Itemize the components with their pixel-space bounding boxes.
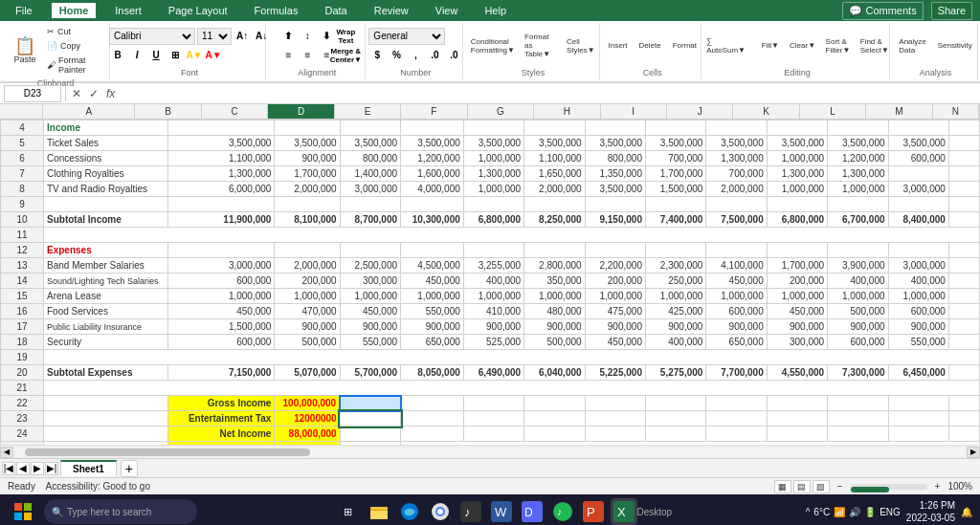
cell-e15[interactable]: 1,000,000 [401,289,464,304]
cell-j6[interactable]: 1,300,000 [706,151,767,166]
row-num-6[interactable]: 6 [1,151,44,166]
sensitivity-btn[interactable]: Sensitivity [933,38,977,53]
cell-m18[interactable]: 550,000 [888,335,948,350]
align-center-btn[interactable]: ≡ [299,47,316,64]
cell-i4[interactable] [645,120,705,136]
powerpoint-btn[interactable]: P [580,498,607,525]
cell-n16[interactable] [948,304,979,319]
cell-d4[interactable] [340,120,400,136]
row-num-12[interactable]: 12 [1,243,44,258]
decimal-dec-btn[interactable]: .0 [445,47,462,64]
row-num-10[interactable]: 10 [1,212,44,228]
cell-f13[interactable]: 3,255,000 [463,258,523,273]
cell-m6[interactable]: 600,000 [888,151,948,166]
cell-f7[interactable]: 1,300,000 [463,166,523,182]
cell-h15[interactable]: 1,000,000 [585,289,645,304]
col-header-k[interactable]: K [733,104,799,119]
share-btn[interactable]: Share [931,2,972,20]
cell-j23[interactable] [706,411,767,427]
cell-f22[interactable] [463,396,523,411]
row-num-22[interactable]: 22 [1,396,44,411]
cell-f5[interactable]: 3,500,000 [463,136,523,151]
cell-b20[interactable]: 7,150,000 [168,365,275,381]
zoom-minus-btn[interactable]: − [837,481,843,492]
find-select-btn[interactable]: Find &Select▼ [857,34,893,57]
cell-b14[interactable]: 600,000 [168,273,275,289]
cell-k8[interactable]: 1,000,000 [767,182,827,197]
cell-i8[interactable]: 1,500,000 [645,182,705,197]
cell-i16[interactable]: 425,000 [645,304,705,319]
bold-btn[interactable]: B [109,47,126,64]
cell-h12[interactable] [585,243,645,258]
cell-l6[interactable]: 1,200,000 [828,151,888,166]
cell-e14[interactable]: 450,000 [401,273,464,289]
cell-h18[interactable]: 450,000 [585,335,645,350]
cell-l12[interactable] [828,243,888,258]
format-cells-btn[interactable]: Format [668,38,702,53]
cell-n7[interactable] [948,166,979,182]
fill-color-btn[interactable]: A▼ [186,47,203,64]
cell-e20[interactable]: 8,050,000 [401,365,464,381]
cell-k14[interactable]: 200,000 [767,273,827,289]
cell-e24[interactable] [401,427,464,442]
cell-l16[interactable]: 500,000 [828,304,888,319]
chrome-btn[interactable] [427,498,454,525]
cell-f23[interactable] [463,411,523,427]
cell-c14[interactable]: 200,000 [275,273,340,289]
cell-j13[interactable]: 4,100,000 [706,258,767,273]
cell-i9[interactable] [645,197,705,212]
font-increase-btn[interactable]: A↑ [234,28,251,45]
taskbar-search-box[interactable]: 🔍 Type here to search [44,499,197,524]
cell-f15[interactable]: 1,000,000 [463,289,523,304]
h-scroll-thumb[interactable] [25,448,310,456]
cell-h14[interactable]: 200,000 [585,273,645,289]
cell-n24[interactable] [948,427,979,442]
cell-k12[interactable] [767,243,827,258]
col-header-f[interactable]: F [401,104,467,119]
cell-i7[interactable]: 1,700,000 [645,166,705,182]
tab-help[interactable]: Help [477,3,514,18]
cell-g10[interactable]: 8,250,000 [524,212,585,228]
cell-k17[interactable]: 900,000 [767,319,827,335]
cell-h22[interactable] [585,396,645,411]
cell-l23[interactable] [828,411,888,427]
cell-n13[interactable] [948,258,979,273]
cell-g12[interactable] [524,243,585,258]
col-header-l[interactable]: L [800,104,866,119]
cell-ref-input[interactable] [4,85,61,102]
row-num-16[interactable]: 16 [1,304,44,319]
delete-cells-btn[interactable]: Delete [635,38,666,53]
cell-e10[interactable]: 10,300,000 [401,212,464,228]
font-size-select[interactable]: 11 [197,28,232,45]
cell-i17[interactable]: 900,000 [645,319,705,335]
grid-scroll-area[interactable]: 4 Income 5 [0,120,980,445]
cell-e12[interactable] [401,243,464,258]
cell-g18[interactable]: 500,000 [524,335,585,350]
cut-btn[interactable]: ✂Cut [44,25,103,38]
cell-c8[interactable]: 2,000,000 [275,182,340,197]
cell-a24[interactable] [44,427,168,442]
cell-a20[interactable]: Subtotal Expenses [44,365,168,381]
cell-c7[interactable]: 1,700,000 [275,166,340,182]
chevron-up-icon[interactable]: ^ [806,507,811,517]
cell-k13[interactable]: 1,700,000 [767,258,827,273]
cell-h10[interactable]: 9,150,000 [585,212,645,228]
cell-a10[interactable]: Subtotal Income [44,212,168,228]
cell-n23[interactable] [948,411,979,427]
cell-j22[interactable] [706,396,767,411]
confirm-formula-icon[interactable]: ✓ [87,87,100,100]
cell-a21[interactable] [44,381,980,396]
cell-h13[interactable]: 2,200,000 [585,258,645,273]
clock[interactable]: 1:26 PM 2022-03-05 [906,499,955,524]
italic-btn[interactable]: I [128,47,145,64]
cell-e17[interactable]: 900,000 [401,319,464,335]
h-scrollbar[interactable]: ◀ ▶ [0,445,980,458]
cell-n10[interactable] [948,212,979,228]
cell-d12[interactable] [340,243,400,258]
cell-g15[interactable]: 1,000,000 [524,289,585,304]
cell-b17[interactable]: 1,500,000 [168,319,275,335]
word-btn[interactable]: W [488,498,515,525]
row-num-4[interactable]: 4 [1,120,44,136]
cell-n6[interactable] [948,151,979,166]
cell-j10[interactable]: 7,500,000 [706,212,767,228]
